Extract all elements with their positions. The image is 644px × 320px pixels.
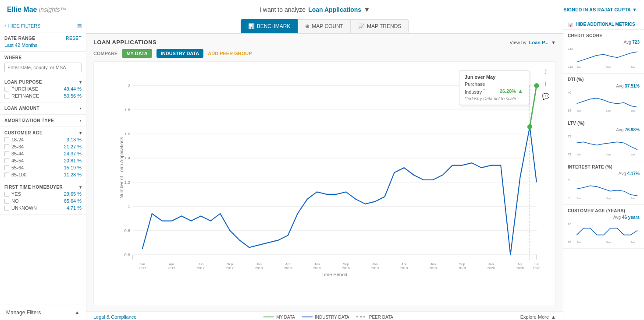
svg-text:Apr: Apr: [285, 262, 291, 266]
where-input[interactable]: [4, 63, 82, 72]
bar-chart-icon: 📊: [568, 22, 573, 27]
svg-text:2017: 2017: [226, 266, 234, 270]
age-25-34-checkbox[interactable]: [4, 144, 9, 149]
hide-filters-label: HIDE FILTERS: [8, 23, 41, 28]
svg-text:47: 47: [568, 222, 571, 226]
age-18-24-checkbox[interactable]: [4, 137, 9, 142]
metric-ltv: LTV (%) Avg 76.98% 79 73 Jan Sep Jun: [563, 117, 644, 161]
chart-tooltip: Jun over May Purchase Industry * 26.28% …: [459, 70, 529, 105]
svg-text:Jun: Jun: [631, 240, 635, 243]
svg-text:Jun: Jun: [631, 153, 635, 156]
loan-purpose-header[interactable]: LOAN PURPOSE ▾: [4, 80, 82, 84]
no-row: NO 65.64 %: [4, 198, 82, 204]
chart-icons: ⤴ ℹ 💬: [541, 67, 550, 101]
tooltip-pct: 26.28% ▲: [500, 88, 523, 95]
view-by-chevron-icon: ▼: [551, 40, 556, 45]
chart-title: LOAN APPLICATIONS: [93, 39, 157, 46]
dti-chart: 40 34 Jan Sep Jun: [568, 89, 640, 113]
credit-score-sparkline: 742 712 Jan Sep Jun: [568, 46, 640, 70]
tab-map-trends[interactable]: 📈 MAP TRENDS: [351, 19, 409, 33]
tooltip-purchase-row: Purchase: [465, 81, 523, 87]
comment-icon[interactable]: 💬: [541, 91, 550, 101]
customer-age-header[interactable]: CUSTOMER AGE ▾: [4, 130, 82, 135]
reset-btn[interactable]: RESET: [66, 36, 82, 41]
svg-text:Jan: Jan: [488, 262, 494, 266]
no-checkbox[interactable]: [4, 199, 9, 204]
svg-text:2018: 2018: [342, 266, 350, 270]
analyze-chevron-icon[interactable]: ▼: [364, 6, 370, 13]
legal-compliance-link[interactable]: Legal & Compliance: [93, 314, 136, 320]
amortization-header[interactable]: AMORTIZATION TYPE ‹: [4, 118, 82, 123]
metric-credit-score: CREDIT SCORE Avg 723 742 712 Jan Sep Jun: [563, 30, 644, 74]
purchase-checkbox[interactable]: [4, 87, 9, 91]
age-45-54-checkbox[interactable]: [4, 158, 9, 163]
hide-filters-btn[interactable]: ‹ HIDE FILTERS ▤: [0, 19, 86, 32]
manage-filters-chevron-icon: ▲: [75, 309, 80, 316]
where-section: WHERE: [0, 52, 86, 76]
industry-data-line-icon: [302, 316, 313, 317]
homebuyer-chevron-icon: ▾: [79, 185, 82, 190]
main-layout: ‹ HIDE FILTERS ▤ DATE RANGE RESET Last 4…: [0, 19, 644, 320]
explore-more-chevron-icon: ▲: [551, 314, 556, 320]
yes-checkbox[interactable]: [4, 192, 9, 197]
customer-age-chevron-icon: ▾: [79, 130, 82, 135]
first-time-homebuyer-header[interactable]: FIRST TIME HOMEBUYER ▾: [4, 185, 82, 190]
tab-map-count[interactable]: ⊕ MAP COUNT: [298, 19, 351, 33]
industry-data-btn[interactable]: INDUSTRY DATA: [157, 49, 204, 58]
svg-text:0.6: 0.6: [124, 252, 130, 257]
age-18-24-row: 18-24 3.13 %: [4, 137, 82, 142]
dti-title: DTI (%): [568, 77, 640, 82]
map-trends-icon: 📈: [358, 23, 365, 29]
age-55-64-checkbox[interactable]: [4, 165, 9, 170]
svg-text:1.2: 1.2: [124, 180, 130, 185]
right-panel-header[interactable]: 📊 HIDE ADDITIONAL METRICS: [563, 19, 644, 30]
svg-text:Sep: Sep: [606, 65, 611, 68]
svg-text:2019: 2019: [400, 266, 408, 270]
purchase-row: PURCHASE 49.44 %: [4, 86, 82, 91]
tooltip-title: Jun over May: [465, 74, 523, 80]
svg-text:40: 40: [568, 91, 571, 95]
age-65-100-checkbox[interactable]: [4, 172, 9, 177]
svg-text:2017: 2017: [139, 266, 146, 270]
yes-row: YES 29.65 %: [4, 191, 82, 197]
interest-rate-avg: Avg 4.17%: [568, 171, 640, 176]
info-icon[interactable]: ℹ: [541, 79, 550, 89]
view-by-value[interactable]: Loan P...: [529, 40, 548, 45]
svg-text:Sep: Sep: [606, 240, 611, 243]
loan-amount-header[interactable]: LOAN AMOUNT ‹: [4, 106, 82, 111]
legend-industry-data-label: INDUSTRY DATA: [315, 315, 349, 320]
ltv-sparkline: 79 73 Jan Sep Jun: [568, 133, 640, 157]
add-peer-btn[interactable]: ADD PEER GROUP: [208, 51, 252, 56]
where-label: WHERE: [4, 55, 22, 60]
chart-area: LOAN APPLICATIONS View by Loan P... ▼ CO…: [86, 34, 563, 311]
manage-filters-bar[interactable]: Manage Filters ▲: [0, 305, 86, 320]
amortization-section: AMORTIZATION TYPE ‹: [0, 115, 86, 127]
refinance-checkbox[interactable]: [4, 94, 9, 98]
explore-more-btn[interactable]: Explore More ▲: [520, 314, 556, 320]
share-icon[interactable]: ⤴: [541, 67, 550, 77]
svg-text:2020: 2020: [533, 266, 540, 270]
date-range-value[interactable]: Last 42 Months: [4, 42, 82, 48]
svg-text:2018: 2018: [284, 266, 292, 270]
svg-text:2020: 2020: [516, 266, 524, 270]
chart-bottom: Legal & Compliance MY DATA INDUSTRY DATA…: [86, 311, 563, 320]
legend-peer-data-label: PEER DATA: [369, 315, 393, 320]
tab-benchmark[interactable]: 📊 BENCHMARK: [241, 19, 298, 33]
username[interactable]: RAJAT GUPTA: [597, 7, 631, 12]
legend-peer-data: PEER DATA: [356, 315, 393, 320]
svg-text:6: 6: [568, 179, 569, 182]
loan-amount-chevron-icon: ‹: [80, 106, 82, 111]
svg-text:Apr: Apr: [169, 262, 174, 266]
dti-sparkline: 40 34 Jan Sep Jun: [568, 89, 640, 113]
ltv-chart: 79 73 Jan Sep Jun: [568, 133, 640, 157]
unknown-checkbox[interactable]: [4, 206, 9, 211]
my-data-btn[interactable]: MY DATA: [122, 49, 152, 58]
age-35-44-checkbox[interactable]: [4, 151, 9, 156]
analyze-value[interactable]: Loan Applications: [308, 6, 361, 13]
svg-point-19: [534, 83, 539, 88]
hide-additional-metrics-label: HIDE ADDITIONAL METRICS: [576, 22, 635, 27]
age-55-64-row: 55-64 15.19 %: [4, 165, 82, 170]
tooltip-purchase-label: Purchase: [465, 81, 485, 87]
my-data-line-icon: [263, 316, 274, 317]
svg-text:Jun: Jun: [198, 262, 203, 266]
